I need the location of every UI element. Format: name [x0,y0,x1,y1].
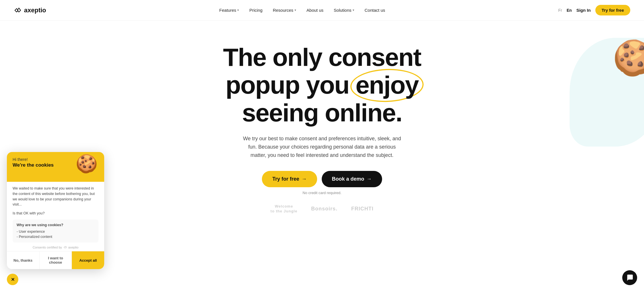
nav-links: Features ▾ Pricing Resources ▾ About us … [219,8,385,13]
logo-text: axeptio [24,7,46,14]
nav-about[interactable]: About us [307,8,323,13]
arrow-right-icon: → [302,176,307,182]
cookie-greeting: Hi there! [13,157,54,162]
cookie-header-text: Hi there! We're the cookies [13,157,54,168]
svg-point-0 [17,10,18,11]
nav-solutions[interactable]: Solutions ▾ [334,8,354,13]
cookie-popup-header: Hi there! We're the cookies 🍪 [7,152,104,182]
navbar: axeptio Features ▾ Pricing Resources ▾ A… [0,0,644,21]
nav-resources[interactable]: Resources ▾ [273,8,296,13]
nav-contact[interactable]: Contact us [365,8,385,13]
cookie-question: Is that OK with you? [13,211,98,216]
resources-chevron-icon: ▾ [295,8,296,12]
cookie-body-text: We waited to make sure that you were int… [13,186,98,207]
cookie-character-large: 🍪 [613,38,644,78]
partner-logos: Welcometo the Jungle Bonsoirs. FRICHTI [257,195,387,223]
try-free-nav-button[interactable]: Try for free [595,5,630,15]
nav-features[interactable]: Features ▾ [219,8,239,13]
cookie-popup-body: We waited to make sure that you were int… [7,182,104,234]
logo-bonsoirs: Bonsoirs. [311,206,337,212]
try-free-hero-button[interactable]: Try for free → [262,171,317,187]
logo[interactable]: axeptio [14,6,46,14]
cookie-why-title: Why are we using cookies? [17,222,94,228]
lang-fr[interactable]: Fr [558,8,562,13]
cookie-title: We're the cookies [13,162,54,168]
signin-button[interactable]: Sign In [576,8,591,13]
cookie-why-item-1: - User experience [17,229,94,234]
cookie-character-small: 🍪 [76,155,98,178]
bg-decoration [570,38,644,147]
hero-subtitle: We try our best to make consent and pref… [242,135,402,159]
logo-welcome: Welcometo the Jungle [270,204,297,214]
cookie-consent-popup: Hi there! We're the cookies 🍪 We waited … [7,152,104,234]
no-credit-card-text: No credit card required. [303,191,341,195]
enjoy-highlight: enjoy [355,71,418,99]
logo-frichti: FRICHTI [351,206,374,212]
hero-cta-group: Try for free → Book a demo → [262,171,382,187]
arrow-right-demo-icon: → [367,176,372,182]
lang-en[interactable]: En [567,8,572,13]
features-chevron-icon: ▾ [237,8,239,12]
cookie-why-section: Why are we using cookies? - User experie… [13,220,98,234]
book-demo-button[interactable]: Book a demo → [322,171,382,187]
nav-right: Fr En Sign In Try for free [558,5,630,15]
solutions-chevron-icon: ▾ [353,8,354,12]
nav-pricing[interactable]: Pricing [249,8,262,13]
hero-title: The only consent popup you enjoy seeing … [223,44,421,127]
